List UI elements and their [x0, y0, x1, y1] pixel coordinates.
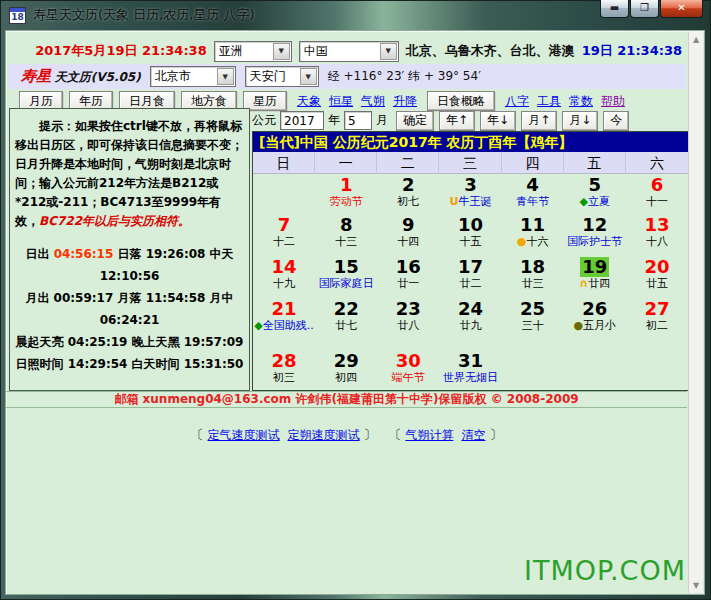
calendar-cell-19[interactable]: 19∩廿四	[564, 256, 626, 298]
title-bar[interactable]: 18 寿星天文历(天象 日历,农历,星历 八字) ▬ ❐ ✕	[0, 0, 711, 30]
day-label-text: 立夏	[588, 195, 610, 208]
text-segment: 04:56:15	[54, 247, 114, 261]
calendar-nav-button-6[interactable]: 今	[603, 111, 629, 131]
chevron-down-icon[interactable]: ▼	[217, 68, 234, 85]
city-select[interactable]: 北京市 ▼	[150, 66, 236, 87]
calendar-nav-button-3[interactable]: 年↓	[480, 111, 516, 131]
chevron-down-icon[interactable]: ▼	[380, 43, 397, 60]
calendar-nav-button-5[interactable]: 月↓	[562, 111, 598, 131]
calendar-cell-5[interactable]: 5◆立夏	[564, 174, 626, 214]
calendar-cell-7[interactable]: 7十二	[253, 214, 315, 256]
calendar-cell-16[interactable]: 16廿一	[377, 256, 439, 298]
beijing-time: 19日 21:34:38	[582, 42, 682, 60]
year-input[interactable]	[280, 111, 324, 130]
calendar-cell-3[interactable]: 3U牛王诞	[439, 174, 501, 214]
day-number: 2	[400, 175, 417, 195]
eclipse-summary-button[interactable]: 日食概略	[427, 91, 495, 111]
toolbar-link-恒星[interactable]: 恒星	[329, 93, 353, 110]
chevron-down-icon[interactable]: ▼	[273, 43, 290, 60]
day-number: 5	[587, 175, 604, 195]
calendar-cell-22[interactable]: 22廿七	[315, 298, 377, 350]
footer-link-清空[interactable]: 清空	[462, 428, 486, 442]
toolbar-link-常数[interactable]: 常数	[569, 93, 593, 110]
calendar-cell-13[interactable]: 13十八	[626, 214, 688, 256]
calendar-cell-24[interactable]: 24廿九	[439, 298, 501, 350]
day-label: 初七	[377, 195, 439, 208]
toolbar-link-升降[interactable]: 升降	[393, 93, 417, 110]
day-label-text: 十六	[526, 235, 548, 248]
scroll-down-icon[interactable]: ▼	[689, 578, 703, 593]
calendar-cell-6[interactable]: 6十一	[626, 174, 688, 214]
toolbar-link-工具[interactable]: 工具	[537, 93, 561, 110]
calendar-cell-30[interactable]: 30端午节	[377, 350, 439, 390]
calendar-cell-1[interactable]: 1劳动节	[315, 174, 377, 214]
site-select[interactable]: 天安门 ▼	[245, 66, 319, 87]
toolbar-link-天象[interactable]: 天象	[297, 93, 321, 110]
text-segment: BC722年以后与实历相符。	[39, 214, 190, 228]
month-input[interactable]	[344, 111, 372, 130]
day-number: 24	[456, 299, 485, 319]
country-select[interactable]: 中国 ▼	[299, 41, 399, 62]
day-label-text: 廿八	[397, 319, 419, 332]
close-icon: ✕	[677, 2, 685, 13]
calendar-cell-25[interactable]: 25三十	[502, 298, 564, 350]
scroll-up-icon[interactable]: ▲	[689, 32, 703, 47]
calendar-cell-29[interactable]: 29初四	[315, 350, 377, 390]
calendar-cell-15[interactable]: 15国际家庭日	[315, 256, 377, 298]
toolbar-link-气朔[interactable]: 气朔	[361, 93, 385, 110]
calendar-cell-26[interactable]: 26●五月小	[564, 298, 626, 350]
month-label: 月	[376, 112, 388, 129]
weekday-header: 二	[377, 152, 439, 174]
calendar-cell-11[interactable]: 11●十六	[502, 214, 564, 256]
calendar-nav-button-1[interactable]: 确定	[396, 111, 434, 131]
day-label-text: 十九	[273, 277, 295, 290]
text-segment: 月出 00:59:17 月落 11:54:58 月中 06:24:21	[25, 291, 233, 327]
calendar-cell-12[interactable]: 12国际护士节	[564, 214, 626, 256]
calendar-cell-8[interactable]: 8十三	[315, 214, 377, 256]
day-label: 十三	[315, 235, 377, 248]
calendar-cell-28[interactable]: 28初三	[253, 350, 315, 390]
day-label: ◆立夏	[564, 195, 626, 208]
calendar-cell-9[interactable]: 9十四	[377, 214, 439, 256]
footer-link-定气速度测试[interactable]: 定气速度测试	[208, 428, 280, 442]
chevron-down-icon[interactable]: ▼	[300, 68, 317, 85]
toolbar-link-八字[interactable]: 八字	[505, 93, 529, 110]
calendar-cell-18[interactable]: 18廿三	[502, 256, 564, 298]
calendar-cell-10[interactable]: 10十五	[439, 214, 501, 256]
text-segment: 日落 19:26:08 中天 12:10:56	[100, 247, 234, 283]
minimize-button[interactable]: ▬	[600, 0, 629, 18]
text-segment: 提示：如果按住ctrl键不放，再将鼠标移出日历区，即可保持该日信息摘要不变；日月…	[15, 119, 243, 228]
calendar-cell-27[interactable]: 27初二	[626, 298, 688, 350]
calendar-cell-17[interactable]: 17廿二	[439, 256, 501, 298]
day-label: 十一	[626, 195, 688, 208]
day-label-text: 世界无烟日	[443, 371, 498, 384]
calendar-cell-2[interactable]: 2初七	[377, 174, 439, 214]
day-label: 十八	[626, 235, 688, 248]
calendar-cell-21[interactable]: 21◆全国助残..	[253, 298, 315, 350]
calendar-cell-31[interactable]: 31世界无烟日	[439, 350, 501, 390]
close-button[interactable]: ✕	[660, 0, 703, 18]
day-number: 18	[518, 257, 547, 277]
vertical-scrollbar[interactable]: ▲ ▼	[688, 32, 703, 593]
day-label: 廿二	[439, 277, 501, 290]
calendar-nav-button-2[interactable]: 年↑	[439, 111, 475, 131]
calendar-cell-4[interactable]: 4青年节	[502, 174, 564, 214]
day-number: 30	[394, 351, 423, 371]
day-label: 端午节	[377, 371, 439, 384]
help-link[interactable]: 帮助	[601, 93, 625, 110]
maximize-button[interactable]: ❐	[630, 0, 659, 18]
region-select[interactable]: 亚洲 ▼	[214, 41, 292, 62]
day-label: 劳动节	[315, 195, 377, 208]
calendar-cell-23[interactable]: 23廿八	[377, 298, 439, 350]
calendar-nav-button-4[interactable]: 月↑	[521, 111, 557, 131]
day-label: 十二	[253, 235, 315, 248]
calendar-cell-14[interactable]: 14十九	[253, 256, 315, 298]
calendar-cell-empty	[564, 350, 626, 390]
day-number: 17	[456, 257, 485, 277]
day-label-text: 全国助残..	[263, 319, 314, 332]
footer-link-气朔计算[interactable]: 气朔计算	[406, 428, 454, 442]
footer-link-定朔速度测试[interactable]: 定朔速度测试	[288, 428, 360, 442]
calendar-cell-20[interactable]: 20廿五	[626, 256, 688, 298]
bracket: 〕	[364, 427, 377, 442]
day-label-text: 三十	[522, 319, 544, 332]
